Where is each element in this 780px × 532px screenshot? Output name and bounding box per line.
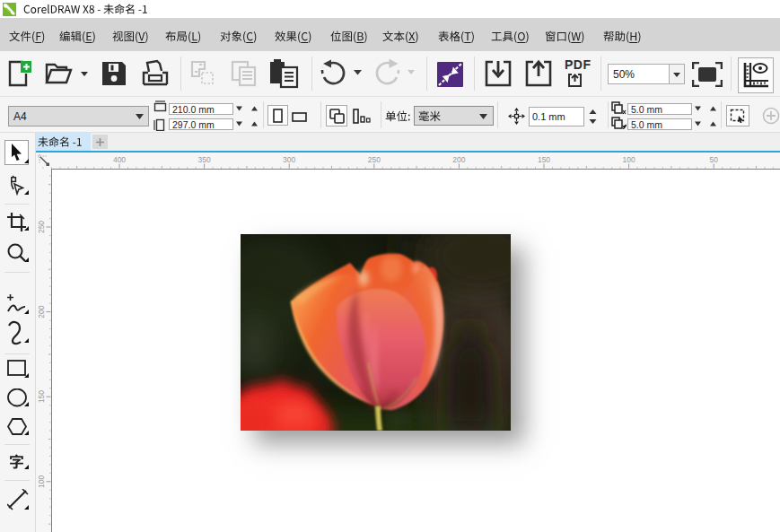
svg-text:100: 100: [37, 475, 46, 487]
svg-text:250: 250: [37, 221, 46, 233]
svg-text:300: 300: [283, 155, 295, 164]
svg-text:150: 150: [538, 155, 550, 164]
svg-text:350: 350: [198, 155, 211, 164]
svg-text:50: 50: [709, 155, 718, 164]
svg-text:100: 100: [623, 155, 635, 164]
svg-text:200: 200: [452, 155, 465, 164]
svg-text:200: 200: [37, 305, 46, 318]
svg-text:400: 400: [113, 155, 126, 164]
svg-text:150: 150: [37, 390, 46, 403]
svg-text:250: 250: [368, 155, 381, 164]
